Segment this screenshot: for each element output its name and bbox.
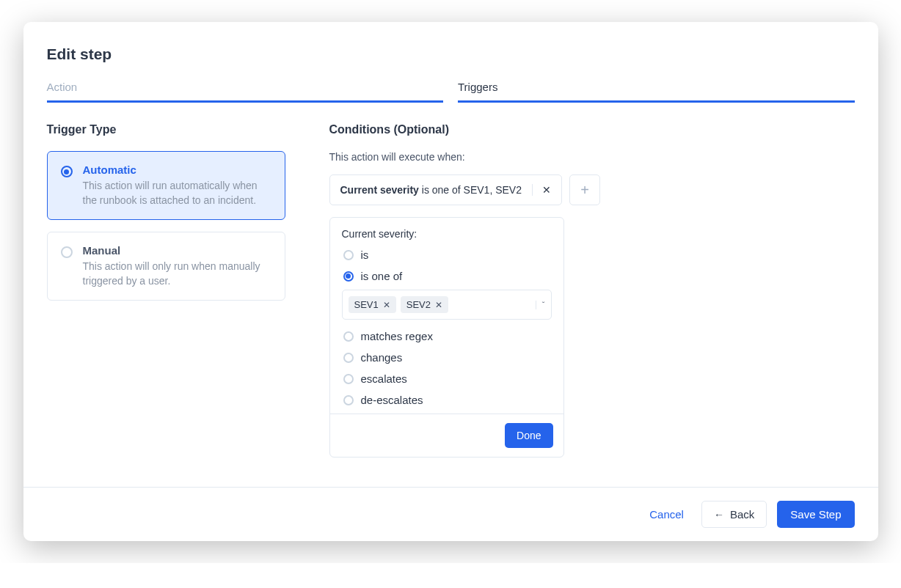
condition-pill-text: Current severity is one of SEV1, SEV2 [330,175,532,205]
radio-icon [343,250,354,260]
radio-icon [343,374,354,384]
tabs: Action Triggers [47,81,855,103]
save-step-button[interactable]: Save Step [777,501,854,528]
trigger-type-automatic[interactable]: Automatic This action will run automatic… [47,151,285,220]
operator-escalates[interactable]: escalates [343,372,550,385]
trigger-automatic-name: Automatic [83,163,271,176]
operator-changes[interactable]: changes [343,351,550,364]
modal-title: Edit step [47,45,855,63]
operator-is-one-of[interactable]: is one of [343,270,550,282]
radio-icon [343,395,354,405]
condition-rest: is one of SEV1, SEV2 [419,184,522,196]
operator-label: matches regex [361,330,433,342]
chevron-down-icon: ˇ [542,301,545,309]
edit-step-modal: Edit step Action Triggers Trigger Type A… [23,22,878,541]
radio-icon [343,271,354,282]
modal-footer: Cancel Back Save Step [23,487,878,541]
condition-field: Current severity [340,184,419,196]
cancel-button[interactable]: Cancel [642,502,691,526]
tag-sev2: SEV2 ✕ [401,296,448,313]
operator-label: is [361,249,369,261]
tag-sev1: SEV1 ✕ [349,296,396,313]
back-button[interactable]: Back [701,501,767,528]
trigger-type-manual[interactable]: Manual This action will only run when ma… [47,232,285,301]
trigger-manual-desc: This action will only run when manually … [83,260,271,288]
tab-triggers[interactable]: Triggers [458,81,855,103]
conditions-heading: Conditions (Optional) [329,123,855,136]
condition-editor-label: Current severity: [342,228,552,240]
radio-icon [61,166,73,177]
radio-icon [343,331,354,342]
operator-label: escalates [361,372,407,385]
operator-de-escalates[interactable]: de-escalates [343,394,550,406]
radio-icon [61,246,73,258]
severity-multiselect[interactable]: SEV1 ✕ SEV2 ✕ ˇ [342,290,552,320]
operator-label: is one of [361,270,403,282]
remove-tag-button[interactable]: ✕ [383,300,390,310]
condition-editor: Current severity: is is one of [329,217,564,457]
operator-is[interactable]: is [343,249,550,261]
operator-label: changes [361,351,403,364]
done-button[interactable]: Done [505,423,552,448]
remove-tag-button[interactable]: ✕ [435,300,442,310]
arrow-left-icon [714,508,724,521]
add-condition-button[interactable]: + [569,174,600,205]
operator-label: de-escalates [361,394,423,406]
radio-icon [343,353,354,363]
back-label: Back [730,508,754,521]
conditions-subhead: This action will execute when: [329,151,855,163]
open-dropdown-button[interactable]: ˇ [536,301,545,309]
trigger-type-heading: Trigger Type [47,123,285,136]
trigger-automatic-desc: This action will run automatically when … [83,179,271,207]
operator-matches-regex[interactable]: matches regex [343,330,550,342]
tab-action[interactable]: Action [47,81,444,103]
remove-condition-button[interactable]: ✕ [532,184,561,196]
tag-label: SEV2 [406,299,431,310]
tag-label: SEV1 [354,299,379,310]
condition-pill[interactable]: Current severity is one of SEV1, SEV2 ✕ [329,174,562,205]
plus-icon: + [580,182,589,199]
trigger-manual-name: Manual [83,244,271,257]
close-icon: ✕ [542,184,551,196]
